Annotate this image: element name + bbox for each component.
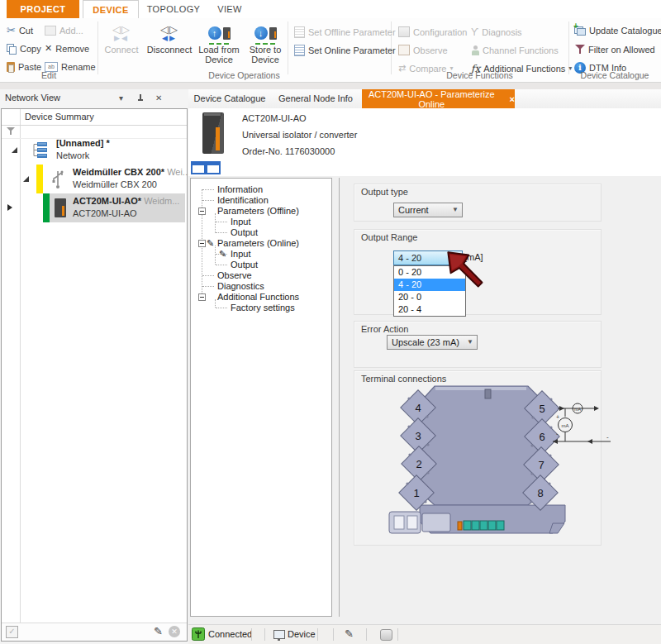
tree-row-act20m[interactable]: ACT20M-UI-AO* Weidm... ACT20M-UI-AO: [2, 193, 187, 222]
copy-button[interactable]: Copy: [7, 41, 41, 55]
tab-project[interactable]: PROJECT: [7, 0, 79, 18]
tree-guide: [215, 299, 216, 308]
disconnect-button[interactable]: ◁▷◀▶ Disconnect: [144, 21, 195, 55]
tree-guide: [215, 246, 216, 265]
tab-general-node-info[interactable]: General Node Info: [274, 89, 357, 108]
set-offline-parameter-button[interactable]: Set Offline Parameter: [294, 25, 396, 39]
configuration-icon: [398, 26, 410, 37]
filter-funnel-icon: [7, 127, 15, 136]
edit-mode-pencil-icon[interactable]: ✎: [345, 628, 354, 640]
observe-button[interactable]: Observe: [398, 43, 448, 57]
channel-functions-button[interactable]: Channel Functions: [471, 43, 559, 57]
diagnosis-icon: ϒ: [471, 27, 478, 37]
filter-on-allowed-button[interactable]: Filter on Allowed: [575, 42, 655, 56]
configuration-button[interactable]: Configuration: [398, 25, 467, 39]
add-button[interactable]: Add...: [45, 23, 83, 37]
tab-topology[interactable]: TOPOLOGY: [142, 0, 205, 18]
tree-stub: [216, 308, 227, 308]
remove-label: Remove: [55, 44, 89, 54]
nav-item-identification[interactable]: Identification: [217, 195, 269, 206]
filter-icon: [575, 44, 585, 55]
cut-button[interactable]: ✂ Cut: [7, 23, 33, 37]
tab-parameterize-online-label: ACT20M-UI-AO - Parameterize Online: [362, 89, 502, 109]
device-tree: Device Summary [Unnamed] * Network: [1, 108, 188, 642]
observe-label: Observe: [413, 45, 448, 55]
set-online-parameter-button[interactable]: Set Online Parameter: [294, 43, 396, 57]
store-to-device-button[interactable]: ↓ Store to Device: [243, 21, 288, 64]
remove-button[interactable]: ✕ Remove: [45, 41, 89, 55]
device-order-number: Order-No. 1176030000: [242, 146, 335, 156]
clear-icon[interactable]: ✕: [169, 626, 180, 637]
tab-close-icon[interactable]: ×: [510, 94, 515, 104]
load-from-device-button[interactable]: ↑ Load from Device: [197, 21, 241, 64]
set-offline-parameter-icon: [294, 26, 305, 38]
node-name: [Unnamed] *: [56, 138, 110, 148]
device-summary-header[interactable]: Device Summary: [2, 109, 187, 126]
collapse-icon[interactable]: [198, 240, 206, 247]
tree-stub: [202, 200, 214, 201]
nav-item-factory-settings[interactable]: Factory settings: [231, 303, 295, 313]
nav-item-information[interactable]: Information: [217, 184, 263, 195]
pin-icon[interactable]: [137, 94, 144, 103]
expand-arrow-icon[interactable]: [12, 147, 17, 153]
error-action-combobox[interactable]: Upscale (23 mA) ▼: [387, 335, 478, 350]
diagnosis-button[interactable]: ϒ Diagnosis: [471, 25, 522, 39]
tab-device[interactable]: DEVICE: [83, 0, 139, 18]
tree-row-cbx200[interactable]: Weidmüller CBX 200* Wei... Weidmüller CB…: [2, 165, 187, 193]
svg-text:-: -: [606, 433, 609, 441]
panel-close-icon[interactable]: ✕: [155, 93, 162, 103]
network-view-title: Network View: [5, 93, 60, 103]
layout-window-icon[interactable]: [191, 161, 206, 174]
update-catalogue-button[interactable]: + Update Catalogue: [574, 23, 661, 37]
panel-divider: [339, 178, 340, 617]
output-type-label: Output type: [361, 187, 408, 197]
collapse-icon[interactable]: [198, 293, 206, 301]
nav-item-online-output[interactable]: Output: [231, 260, 258, 270]
layout-window-icon-2[interactable]: [206, 161, 221, 174]
device-functions-group-label: Device Functions: [391, 70, 568, 80]
nav-item-additional-functions[interactable]: Additional Functions: [217, 292, 299, 303]
collapse-icon[interactable]: [198, 208, 206, 215]
expand-arrow-icon[interactable]: [23, 176, 29, 182]
nav-item-offline-output[interactable]: Output: [231, 227, 258, 238]
checkbox-icon[interactable]: ✓: [6, 626, 18, 638]
disconnect-label: Disconnect: [144, 45, 195, 55]
nav-item-parameters-offline[interactable]: Parameters (Offline): [217, 206, 299, 217]
device-header: ACT20M-UI-AO Universal isolator / conver…: [188, 108, 661, 177]
current-row-icon: [7, 204, 12, 211]
tab-view[interactable]: VIEW: [208, 0, 251, 18]
network-view-titlebar: Network View ▾ ✕: [0, 89, 188, 108]
svg-text:3: 3: [415, 430, 421, 442]
add-icon: [45, 26, 56, 36]
nav-item-offline-input[interactable]: Input: [231, 217, 250, 227]
option-20-0[interactable]: 20 - 0: [394, 291, 465, 303]
isolator-module-icon: [55, 198, 66, 217]
error-action-value: Upscale (23 mA): [392, 337, 459, 347]
option-20-4[interactable]: 20 - 4: [394, 303, 465, 316]
statusbar-button-icon[interactable]: [380, 629, 392, 641]
tree-stub: [202, 286, 214, 287]
diagnosis-label: Diagnosis: [482, 27, 521, 37]
store-to-device-icon: ↓: [243, 21, 288, 45]
tab-parameterize-online[interactable]: ACT20M-UI-AO - Parameterize Online ×: [362, 89, 515, 108]
nav-item-online-input[interactable]: Input: [231, 249, 250, 260]
connected-status-label: Connected: [208, 629, 252, 639]
tree-row-network[interactable]: [Unnamed] * Network: [2, 136, 187, 165]
add-label: Add...: [59, 26, 83, 36]
main-area: Device Catalogue General Node Info ACT20…: [188, 89, 661, 644]
nav-item-observe[interactable]: Observe: [217, 270, 252, 281]
nav-item-diagnostics[interactable]: Diagnostics: [217, 281, 264, 292]
pencil-icon: ✎: [207, 239, 214, 248]
edit-pencil-icon[interactable]: ✎: [154, 626, 163, 637]
tree-stub: [216, 232, 227, 233]
connect-button[interactable]: ◁▷▶◀ Connect: [99, 21, 144, 55]
nav-item-parameters-online[interactable]: Parameters (Online): [217, 238, 299, 249]
panel-menu-icon[interactable]: ▾: [119, 93, 123, 103]
channel-functions-label: Channel Functions: [483, 45, 559, 55]
tab-device-catalogue[interactable]: Device Catalogue: [192, 89, 268, 108]
group-divider: [97, 21, 98, 74]
statusbar-separator: [333, 628, 334, 641]
svg-text:-: -: [556, 430, 559, 437]
device-thumbnail: [202, 112, 224, 154]
output-type-combobox[interactable]: Current ▼: [393, 203, 463, 217]
